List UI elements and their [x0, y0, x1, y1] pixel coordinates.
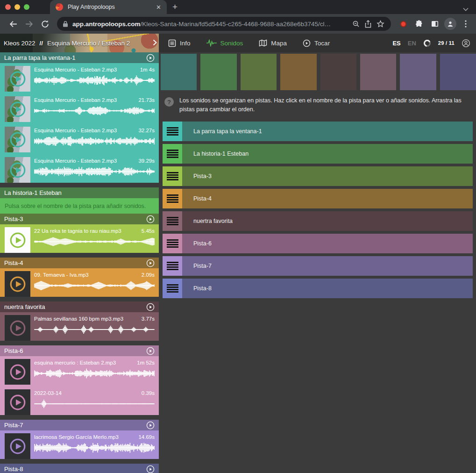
tab-mapa[interactable]: Mapa [259, 39, 287, 47]
side-panel-icon[interactable] [428, 17, 441, 30]
track-drag-handle[interactable] [163, 144, 182, 164]
track-color-swatch[interactable] [200, 54, 236, 90]
clip-thumbnail[interactable] [5, 66, 30, 92]
audio-clip[interactable]: 22 Ua reka te tagnia to rau niau.mp3 5.4… [5, 227, 159, 253]
audio-clip[interactable]: Esquina Mercurio - Esteban 2.mp3 32.27s [5, 127, 159, 152]
lang-es-button[interactable]: ES [392, 40, 400, 47]
track-drag-handle[interactable] [163, 211, 182, 231]
audio-clip[interactable]: Esquina Mercurio - Esteban 2.mp3 39.29s [5, 157, 159, 183]
audio-clip[interactable]: 2022-03-14 0.39s [5, 389, 159, 415]
track-play-button[interactable] [146, 54, 155, 62]
tab-sonidos[interactable]: Sonidos [206, 39, 243, 47]
track-header-2[interactable]: La historia-1 Esteban [0, 187, 159, 198]
bookmark-star-icon[interactable] [374, 18, 386, 30]
audio-clip[interactable]: lacrimosa Sergio García Merlo.mp3 14.69s [5, 433, 159, 459]
track-header-1[interactable]: La parra tapa la ventana-1 [0, 52, 159, 63]
track-play-button[interactable] [146, 303, 155, 311]
track-row-bar[interactable]: Pista-3 [182, 166, 473, 186]
track-header-7[interactable]: Pista-7 [0, 420, 159, 430]
audio-clip[interactable]: Palmas sevillanas 160 bpm mp3.mp3 3.77s [5, 315, 159, 341]
clip-thumbnail[interactable] [5, 271, 30, 297]
track-drag-handle[interactable] [163, 234, 182, 253]
clip-thumbnail[interactable] [5, 389, 30, 415]
window-controls[interactable] [0, 0, 35, 14]
clip-thumbnail[interactable] [5, 157, 30, 183]
lang-en-button[interactable]: EN [408, 40, 416, 47]
track-row-bar[interactable]: Pista-6 [182, 234, 473, 253]
track-row-bar[interactable]: Pista-4 [182, 189, 473, 208]
track-row-bar[interactable]: Pista-7 [182, 256, 473, 276]
track-color-swatch[interactable] [360, 54, 396, 90]
clip-thumbnail[interactable] [5, 227, 30, 253]
recording-indicator-icon[interactable] [397, 17, 410, 30]
new-tab-button[interactable]: + [172, 2, 178, 12]
track-row-8[interactable]: Pista-8 [163, 279, 473, 298]
tab-info[interactable]: Info [168, 39, 191, 47]
track-row-bar[interactable]: Pista-8 [182, 279, 473, 298]
audio-clip[interactable]: esquina mercurio : Esteban 2.mp3 1m 52s [5, 359, 159, 385]
track-header-8[interactable]: Pista-8 [0, 464, 159, 473]
track-row-7[interactable]: Pista-7 [163, 256, 473, 276]
track-row-bar[interactable]: nuertra favorita [182, 211, 473, 231]
account-icon[interactable] [462, 39, 470, 48]
browser-tab[interactable]: Play Antropoloops ✕ [50, 0, 167, 14]
clip-thumbnail[interactable] [5, 315, 30, 341]
track-drag-handle[interactable] [163, 189, 182, 208]
clip-thumbnail[interactable] [5, 433, 30, 459]
profile-avatar[interactable] [444, 18, 456, 30]
maximize-window-button[interactable] [24, 4, 29, 10]
track-header-4[interactable]: Pista-4 [0, 258, 159, 268]
project-map-thumbnail[interactable]: Kleos 2022 // Esquina Mercurio / Esteban… [0, 34, 159, 52]
audio-clip[interactable]: Esquina Mercurio - Esteban 2.mp3 21.73s [5, 96, 159, 122]
close-window-button[interactable] [5, 4, 11, 10]
clip-thumbnail[interactable] [5, 96, 30, 122]
extensions-puzzle-icon[interactable] [412, 17, 426, 30]
chevron-right-icon[interactable] [153, 39, 157, 46]
audio-clip[interactable]: Esquina Mercurio - Esteban 2.mp3 1m 4s [5, 66, 159, 92]
minimize-window-button[interactable] [14, 4, 20, 10]
track-color-swatch[interactable] [400, 54, 436, 90]
track-play-button[interactable] [146, 215, 155, 223]
tab-search-chevron-icon[interactable] [463, 7, 469, 11]
back-icon[interactable] [7, 17, 20, 30]
track-drag-handle[interactable] [163, 166, 182, 186]
reload-icon[interactable] [38, 17, 51, 30]
track-row-6[interactable]: Pista-6 [163, 234, 473, 253]
url-bar[interactable]: app.antropoloops.com/Kleos-Santa-Marina/… [57, 17, 391, 31]
clip-thumbnail[interactable] [5, 359, 30, 385]
track-play-button[interactable] [146, 421, 155, 430]
share-icon[interactable] [362, 18, 374, 30]
track-row-bar[interactable]: La parra tapa la ventana-1 [182, 122, 473, 141]
zoom-out-icon[interactable] [350, 18, 362, 30]
tab-tocar[interactable]: Tocar [303, 39, 330, 47]
track-header-3[interactable]: Pista-3 [0, 214, 159, 224]
track-color-swatch[interactable] [241, 54, 277, 90]
url-text[interactable]: app.antropoloops.com/Kleos-Santa-Marina/… [72, 21, 350, 28]
breadcrumb-project[interactable]: Kleos 2022 [4, 40, 36, 47]
audio-clip[interactable]: 09. Temaeva - Iva.mp3 2.09s [5, 271, 159, 297]
track-drag-handle[interactable] [163, 279, 182, 298]
track-row-2[interactable]: La historia-1 Esteban [163, 144, 473, 164]
clip-thumbnail[interactable] [5, 127, 30, 152]
track-play-button[interactable] [146, 465, 155, 473]
track-play-button[interactable] [146, 347, 155, 355]
forward-icon[interactable] [22, 17, 36, 30]
track-row-1[interactable]: La parra tapa la ventana-1 [163, 122, 473, 141]
tab-close-icon[interactable]: ✕ [155, 4, 162, 11]
track-drag-handle[interactable] [163, 122, 182, 141]
breadcrumb[interactable]: Kleos 2022 // Esquina Mercurio / Esteban… [4, 34, 130, 52]
track-header-6[interactable]: Pista-6 [0, 345, 159, 356]
track-row-4[interactable]: Pista-4 [163, 189, 473, 208]
track-play-button[interactable] [146, 259, 155, 267]
track-header-5[interactable]: nuertra favorita [0, 301, 159, 312]
lock-icon[interactable] [63, 21, 68, 27]
track-row-bar[interactable]: La historia-1 Esteban [182, 144, 473, 164]
browser-menu-icon[interactable] [459, 17, 472, 30]
track-color-swatch[interactable] [320, 54, 356, 90]
track-color-swatch[interactable] [440, 54, 476, 90]
track-color-swatch[interactable] [280, 54, 316, 90]
track-color-swatch[interactable] [161, 54, 197, 90]
track-row-3[interactable]: Pista-3 [163, 166, 473, 186]
track-row-5[interactable]: nuertra favorita [163, 211, 473, 231]
track-drag-handle[interactable] [163, 256, 182, 276]
